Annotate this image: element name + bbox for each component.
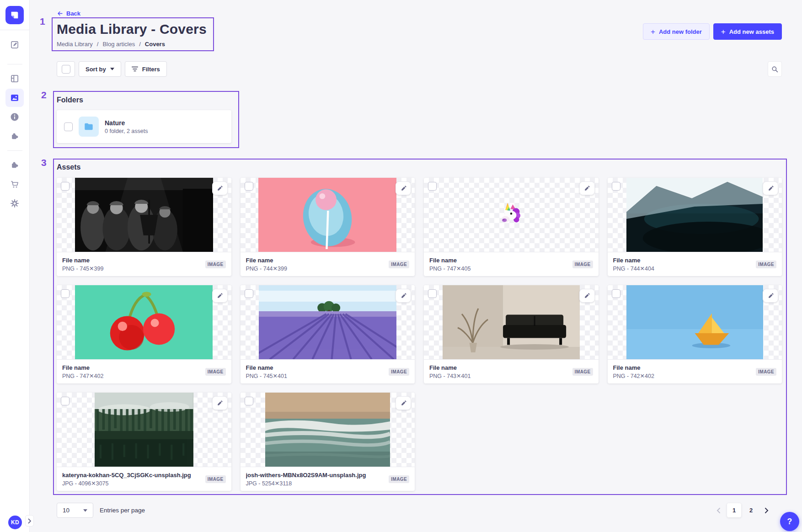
asset-edit-button[interactable] bbox=[763, 289, 778, 303]
asset-edit-button[interactable] bbox=[579, 289, 595, 303]
media-library-icon[interactable] bbox=[5, 89, 24, 107]
assets-grid: File name PNG - 745✕399 IMAGE File name … bbox=[57, 178, 782, 491]
divider bbox=[0, 30, 29, 30]
asset-checkbox[interactable] bbox=[612, 182, 620, 191]
asset-card-footer: File name PNG - 745✕399 IMAGE bbox=[57, 252, 231, 276]
search-button[interactable] bbox=[768, 61, 782, 77]
asset-type-badge: IMAGE bbox=[572, 368, 593, 376]
sidebar-collapse-button[interactable] bbox=[25, 515, 34, 527]
asset-checkbox[interactable] bbox=[245, 397, 253, 405]
asset-checkbox[interactable] bbox=[61, 289, 70, 298]
pencil-icon bbox=[401, 400, 406, 406]
asset-card[interactable]: File name PNG - 745✕401 IMAGE bbox=[241, 285, 415, 383]
asset-thumbnail bbox=[424, 178, 599, 252]
main-content: Back 1 Media Library - Covers Media Libr… bbox=[30, 0, 802, 532]
entries-value: 10 bbox=[63, 507, 70, 514]
asset-meta: PNG - 743✕401 bbox=[429, 372, 471, 379]
asset-edit-button[interactable] bbox=[212, 289, 228, 303]
gear-icon[interactable] bbox=[5, 194, 24, 213]
asset-card-footer: File name PNG - 742✕402 IMAGE bbox=[608, 360, 782, 383]
asset-card[interactable]: File name PNG - 747✕405 IMAGE bbox=[424, 178, 599, 276]
folder-checkbox[interactable] bbox=[64, 122, 73, 131]
asset-checkbox[interactable] bbox=[61, 397, 70, 405]
sort-by-label: Sort by bbox=[86, 66, 106, 73]
breadcrumb-separator: / bbox=[139, 41, 141, 48]
asset-meta: PNG - 742✕402 bbox=[613, 372, 654, 379]
asset-edit-button[interactable] bbox=[579, 181, 595, 195]
asset-file-name: File name bbox=[613, 364, 654, 371]
asset-checkbox[interactable] bbox=[612, 289, 620, 298]
assets-heading: Assets bbox=[57, 163, 782, 171]
entries-per-page-label: Entries per page bbox=[100, 507, 145, 514]
next-page-button[interactable] bbox=[761, 505, 773, 516]
asset-edit-button[interactable] bbox=[212, 181, 228, 195]
asset-thumbnail bbox=[57, 393, 231, 467]
asset-checkbox[interactable] bbox=[61, 182, 70, 191]
asset-file-name: kateryna-kokhan-5CQ_3CjSGKc-unsplash.jpg bbox=[62, 472, 191, 479]
filters-button[interactable]: Filters bbox=[125, 61, 167, 77]
select-all-checkbox-button[interactable] bbox=[57, 61, 75, 77]
pagination-pages: 12 bbox=[727, 503, 758, 517]
asset-thumbnail bbox=[241, 178, 415, 252]
asset-type-badge: IMAGE bbox=[572, 261, 593, 268]
pagination-page-1[interactable]: 1 bbox=[727, 503, 741, 517]
back-link[interactable]: Back bbox=[57, 10, 80, 17]
cart-icon[interactable] bbox=[5, 175, 24, 193]
pencil-icon bbox=[217, 293, 223, 299]
asset-edit-button[interactable] bbox=[396, 181, 411, 195]
filter-icon bbox=[132, 66, 138, 72]
asset-type-badge: IMAGE bbox=[389, 475, 409, 483]
select-all-checkbox[interactable] bbox=[62, 65, 70, 74]
pencil-icon bbox=[401, 186, 406, 192]
asset-type-badge: IMAGE bbox=[205, 475, 226, 483]
add-new-assets-button[interactable]: + Add new assets bbox=[713, 23, 782, 40]
asset-card-footer: File name PNG - 745✕401 IMAGE bbox=[241, 360, 415, 383]
asset-checkbox[interactable] bbox=[245, 289, 253, 298]
puzzle-icon[interactable] bbox=[5, 127, 24, 145]
pen-icon[interactable] bbox=[5, 36, 24, 54]
asset-card[interactable]: File name PNG - 745✕399 IMAGE bbox=[57, 178, 231, 276]
asset-type-badge: IMAGE bbox=[389, 368, 409, 376]
asset-checkbox[interactable] bbox=[245, 182, 253, 191]
asset-checkbox[interactable] bbox=[428, 182, 437, 191]
entries-per-page-select[interactable]: 10 bbox=[57, 503, 93, 518]
previous-page-button[interactable] bbox=[712, 505, 724, 516]
pagination-page-2[interactable]: 2 bbox=[744, 503, 758, 517]
asset-edit-button[interactable] bbox=[212, 396, 228, 410]
asset-card-footer: File name PNG - 747✕405 IMAGE bbox=[424, 252, 599, 276]
asset-file-name: File name bbox=[62, 364, 103, 371]
help-button[interactable]: ? bbox=[780, 512, 799, 531]
folder-name: Nature bbox=[105, 119, 148, 127]
asset-card[interactable]: josh-withers-MBNx8O2S9AM-unsplash.jpg JP… bbox=[241, 393, 415, 491]
asset-card[interactable]: File name PNG - 744✕404 IMAGE bbox=[608, 178, 782, 276]
asset-card-footer: File name PNG - 743✕401 IMAGE bbox=[424, 360, 599, 383]
asset-checkbox[interactable] bbox=[428, 289, 437, 298]
breadcrumb-item[interactable]: Blog articles bbox=[102, 41, 135, 48]
asset-meta: PNG - 744✕399 bbox=[246, 265, 287, 272]
assets-section: 3 Assets File name PNG - 745✕399 IMAGE bbox=[57, 163, 782, 491]
header-actions: + Add new folder + Add new assets bbox=[643, 23, 782, 40]
avatar[interactable]: KD bbox=[8, 516, 22, 529]
asset-card[interactable]: File name PNG - 742✕402 IMAGE bbox=[608, 285, 782, 383]
asset-card[interactable]: File name PNG - 743✕401 IMAGE bbox=[424, 285, 599, 383]
strapi-logo[interactable] bbox=[5, 6, 24, 24]
info-icon[interactable] bbox=[5, 108, 24, 126]
asset-card-footer: josh-withers-MBNx8O2S9AM-unsplash.jpg JP… bbox=[241, 467, 415, 491]
sort-by-button[interactable]: Sort by bbox=[79, 61, 121, 77]
asset-card-footer: File name PNG - 747✕402 IMAGE bbox=[57, 360, 231, 383]
asset-card[interactable]: File name PNG - 747✕402 IMAGE bbox=[57, 285, 231, 383]
layout-icon[interactable] bbox=[5, 69, 24, 88]
asset-edit-button[interactable] bbox=[396, 396, 411, 410]
asset-type-badge: IMAGE bbox=[756, 368, 776, 376]
asset-edit-button[interactable] bbox=[763, 181, 778, 195]
asset-card[interactable]: kateryna-kokhan-5CQ_3CjSGKc-unsplash.jpg… bbox=[57, 393, 231, 491]
asset-card[interactable]: File name PNG - 744✕399 IMAGE bbox=[241, 178, 415, 276]
folder-card[interactable]: Nature 0 folder, 2 assets bbox=[57, 110, 231, 143]
breadcrumb-item[interactable]: Media Library bbox=[57, 41, 93, 48]
asset-edit-button[interactable] bbox=[396, 289, 411, 303]
asset-thumbnail bbox=[241, 285, 415, 360]
folders-heading: Folders bbox=[57, 96, 231, 104]
add-new-folder-button[interactable]: + Add new folder bbox=[643, 23, 710, 40]
puzzle-icon[interactable] bbox=[5, 156, 24, 174]
filters-label: Filters bbox=[142, 66, 160, 73]
